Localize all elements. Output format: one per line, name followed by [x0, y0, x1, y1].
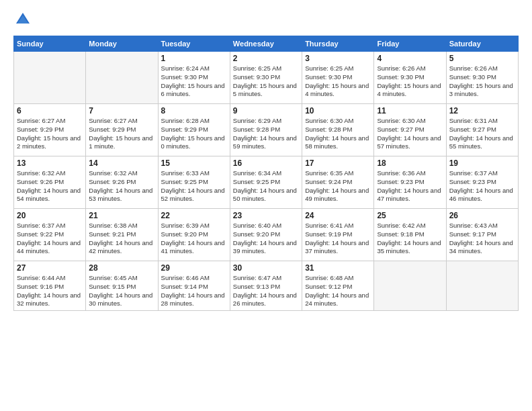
calendar-day-29: 29Sunrise: 6:46 AM Sunset: 9:14 PM Dayli…: [158, 261, 230, 311]
day-number: 1: [161, 54, 227, 63]
day-info: Sunrise: 6:26 AM Sunset: 9:30 PM Dayligh…: [377, 64, 443, 99]
day-info: Sunrise: 6:48 AM Sunset: 9:12 PM Dayligh…: [305, 274, 371, 308]
calendar-day-1: 1Sunrise: 6:24 AM Sunset: 9:30 PM Daylig…: [158, 52, 230, 104]
day-number: 29: [161, 263, 227, 273]
day-info: Sunrise: 6:38 AM Sunset: 9:21 PM Dayligh…: [89, 222, 154, 256]
calendar-week-row: 1Sunrise: 6:24 AM Sunset: 9:30 PM Daylig…: [14, 52, 519, 104]
calendar-week-row: 27Sunrise: 6:44 AM Sunset: 9:16 PM Dayli…: [14, 261, 519, 311]
day-info: Sunrise: 6:25 AM Sunset: 9:30 PM Dayligh…: [305, 64, 371, 99]
calendar-day-18: 18Sunrise: 6:36 AM Sunset: 9:23 PM Dayli…: [374, 156, 446, 209]
day-info: Sunrise: 6:25 AM Sunset: 9:30 PM Dayligh…: [233, 64, 299, 99]
day-number: 19: [449, 158, 515, 168]
day-number: 7: [89, 106, 154, 116]
day-number: 20: [17, 211, 83, 220]
logo: [13, 10, 35, 29]
day-number: 10: [305, 106, 371, 116]
calendar-day-28: 28Sunrise: 6:45 AM Sunset: 9:15 PM Dayli…: [86, 261, 158, 311]
calendar-day-14: 14Sunrise: 6:32 AM Sunset: 9:26 PM Dayli…: [86, 156, 158, 209]
calendar-day-empty: [86, 52, 158, 104]
calendar-day-21: 21Sunrise: 6:38 AM Sunset: 9:21 PM Dayli…: [86, 209, 158, 261]
calendar-day-19: 19Sunrise: 6:37 AM Sunset: 9:23 PM Dayli…: [446, 156, 518, 209]
day-info: Sunrise: 6:29 AM Sunset: 9:28 PM Dayligh…: [233, 117, 299, 151]
calendar-day-7: 7Sunrise: 6:27 AM Sunset: 9:29 PM Daylig…: [86, 104, 158, 156]
calendar-day-31: 31Sunrise: 6:48 AM Sunset: 9:12 PM Dayli…: [302, 261, 374, 311]
calendar-day-26: 26Sunrise: 6:43 AM Sunset: 9:17 PM Dayli…: [446, 209, 518, 261]
calendar-day-22: 22Sunrise: 6:39 AM Sunset: 9:20 PM Dayli…: [158, 209, 230, 261]
calendar-day-2: 2Sunrise: 6:25 AM Sunset: 9:30 PM Daylig…: [230, 52, 302, 104]
day-number: 30: [233, 263, 299, 273]
weekday-header-sunday: Sunday: [14, 36, 86, 52]
day-number: 25: [377, 211, 443, 220]
day-info: Sunrise: 6:27 AM Sunset: 9:29 PM Dayligh…: [17, 117, 83, 151]
calendar-day-8: 8Sunrise: 6:28 AM Sunset: 9:29 PM Daylig…: [158, 104, 230, 156]
day-number: 3: [305, 54, 371, 63]
day-info: Sunrise: 6:30 AM Sunset: 9:27 PM Dayligh…: [377, 117, 443, 151]
day-number: 28: [89, 263, 154, 273]
day-info: Sunrise: 6:40 AM Sunset: 9:20 PM Dayligh…: [233, 222, 299, 256]
day-number: 5: [449, 54, 515, 63]
day-number: 15: [161, 158, 227, 168]
calendar-day-24: 24Sunrise: 6:41 AM Sunset: 9:19 PM Dayli…: [302, 209, 374, 261]
day-number: 23: [233, 211, 299, 220]
calendar-day-15: 15Sunrise: 6:33 AM Sunset: 9:25 PM Dayli…: [158, 156, 230, 209]
day-number: 21: [89, 211, 154, 220]
day-number: 24: [305, 211, 371, 220]
day-info: Sunrise: 6:35 AM Sunset: 9:24 PM Dayligh…: [305, 169, 371, 203]
calendar-week-row: 20Sunrise: 6:37 AM Sunset: 9:22 PM Dayli…: [14, 209, 519, 261]
calendar-day-30: 30Sunrise: 6:47 AM Sunset: 9:13 PM Dayli…: [230, 261, 302, 311]
calendar-day-4: 4Sunrise: 6:26 AM Sunset: 9:30 PM Daylig…: [374, 52, 446, 104]
calendar-day-empty: [374, 261, 446, 311]
calendar-day-6: 6Sunrise: 6:27 AM Sunset: 9:29 PM Daylig…: [14, 104, 86, 156]
day-number: 16: [233, 158, 299, 168]
weekday-header-wednesday: Wednesday: [230, 36, 302, 52]
day-info: Sunrise: 6:41 AM Sunset: 9:19 PM Dayligh…: [305, 222, 371, 256]
weekday-header-monday: Monday: [86, 36, 158, 52]
day-number: 8: [161, 106, 227, 116]
day-number: 4: [377, 54, 443, 63]
calendar-table: SundayMondayTuesdayWednesdayThursdayFrid…: [13, 36, 519, 311]
calendar-day-25: 25Sunrise: 6:42 AM Sunset: 9:18 PM Dayli…: [374, 209, 446, 261]
calendar-day-empty: [446, 261, 518, 311]
calendar-week-row: 13Sunrise: 6:32 AM Sunset: 9:26 PM Dayli…: [14, 156, 519, 209]
calendar-week-row: 6Sunrise: 6:27 AM Sunset: 9:29 PM Daylig…: [14, 104, 519, 156]
day-info: Sunrise: 6:31 AM Sunset: 9:27 PM Dayligh…: [449, 117, 515, 151]
calendar-day-20: 20Sunrise: 6:37 AM Sunset: 9:22 PM Dayli…: [14, 209, 86, 261]
day-info: Sunrise: 6:36 AM Sunset: 9:23 PM Dayligh…: [377, 169, 443, 203]
day-info: Sunrise: 6:34 AM Sunset: 9:25 PM Dayligh…: [233, 169, 299, 203]
day-number: 13: [17, 158, 83, 168]
day-number: 17: [305, 158, 371, 168]
day-info: Sunrise: 6:33 AM Sunset: 9:25 PM Dayligh…: [161, 169, 227, 203]
day-info: Sunrise: 6:47 AM Sunset: 9:13 PM Dayligh…: [233, 274, 299, 308]
weekday-header-friday: Friday: [374, 36, 446, 52]
day-number: 9: [233, 106, 299, 116]
day-number: 14: [89, 158, 154, 168]
day-info: Sunrise: 6:37 AM Sunset: 9:23 PM Dayligh…: [449, 169, 515, 203]
calendar-day-23: 23Sunrise: 6:40 AM Sunset: 9:20 PM Dayli…: [230, 209, 302, 261]
day-info: Sunrise: 6:43 AM Sunset: 9:17 PM Dayligh…: [449, 222, 515, 256]
day-info: Sunrise: 6:32 AM Sunset: 9:26 PM Dayligh…: [89, 169, 154, 203]
weekday-header-row: SundayMondayTuesdayWednesdayThursdayFrid…: [14, 36, 519, 52]
day-info: Sunrise: 6:37 AM Sunset: 9:22 PM Dayligh…: [17, 222, 83, 256]
day-number: 11: [377, 106, 443, 116]
day-info: Sunrise: 6:28 AM Sunset: 9:29 PM Dayligh…: [161, 117, 227, 151]
calendar-day-empty: [14, 52, 86, 104]
logo-icon: [13, 10, 32, 29]
day-info: Sunrise: 6:27 AM Sunset: 9:29 PM Dayligh…: [89, 117, 154, 151]
calendar-day-12: 12Sunrise: 6:31 AM Sunset: 9:27 PM Dayli…: [446, 104, 518, 156]
day-number: 12: [449, 106, 515, 116]
day-info: Sunrise: 6:30 AM Sunset: 9:28 PM Dayligh…: [305, 117, 371, 151]
day-info: Sunrise: 6:42 AM Sunset: 9:18 PM Dayligh…: [377, 222, 443, 256]
day-number: 22: [161, 211, 227, 220]
calendar-day-9: 9Sunrise: 6:29 AM Sunset: 9:28 PM Daylig…: [230, 104, 302, 156]
day-info: Sunrise: 6:46 AM Sunset: 9:14 PM Dayligh…: [161, 274, 227, 308]
day-number: 2: [233, 54, 299, 63]
day-info: Sunrise: 6:39 AM Sunset: 9:20 PM Dayligh…: [161, 222, 227, 256]
day-info: Sunrise: 6:32 AM Sunset: 9:26 PM Dayligh…: [17, 169, 83, 203]
weekday-header-saturday: Saturday: [446, 36, 518, 52]
calendar-day-27: 27Sunrise: 6:44 AM Sunset: 9:16 PM Dayli…: [14, 261, 86, 311]
calendar-day-17: 17Sunrise: 6:35 AM Sunset: 9:24 PM Dayli…: [302, 156, 374, 209]
calendar-day-11: 11Sunrise: 6:30 AM Sunset: 9:27 PM Dayli…: [374, 104, 446, 156]
day-number: 6: [17, 106, 83, 116]
weekday-header-tuesday: Tuesday: [158, 36, 230, 52]
day-info: Sunrise: 6:24 AM Sunset: 9:30 PM Dayligh…: [161, 64, 227, 99]
